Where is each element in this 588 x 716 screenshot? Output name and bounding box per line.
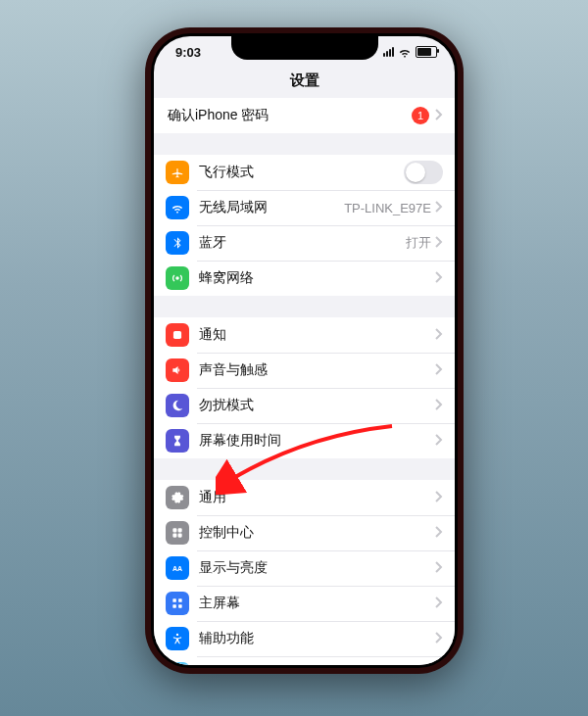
row-label: 显示与亮度 xyxy=(199,559,435,577)
airplane-icon xyxy=(166,161,189,184)
row-label: 辅助功能 xyxy=(199,630,435,647)
notification-badge: 1 xyxy=(412,107,429,124)
row-wifi[interactable]: 无线局域网 TP-LINK_E97E xyxy=(154,190,455,225)
row-label: 控制中心 xyxy=(199,524,435,542)
svg-rect-4 xyxy=(178,534,182,538)
cellular-signal-icon xyxy=(383,47,394,57)
chevron-right-icon xyxy=(435,361,443,379)
row-label: 勿扰模式 xyxy=(199,397,435,414)
accessibility-icon xyxy=(166,627,189,650)
wifi-icon xyxy=(166,196,189,219)
row-airplane-mode[interactable]: 飞行模式 xyxy=(154,155,455,190)
chevron-right-icon xyxy=(435,326,443,344)
row-display-brightness[interactable]: AA 显示与亮度 xyxy=(154,550,455,586)
bluetooth-icon xyxy=(166,231,189,255)
chevron-right-icon xyxy=(435,630,443,647)
chevron-right-icon xyxy=(435,524,443,542)
row-general[interactable]: 通用 xyxy=(154,480,455,515)
home-screen-icon xyxy=(166,592,189,615)
chevron-right-icon xyxy=(435,559,443,577)
row-label: 飞行模式 xyxy=(199,164,404,181)
row-label: 通用 xyxy=(199,489,435,506)
row-confirm-passcode[interactable]: 确认iPhone 密码 1 xyxy=(154,98,455,133)
row-value: TP-LINK_E97E xyxy=(344,201,431,215)
chevron-right-icon xyxy=(435,234,443,252)
chevron-right-icon xyxy=(435,107,443,124)
scene: 9:03 设置 确认iPhone 密码 1 xyxy=(0,0,588,716)
row-do-not-disturb[interactable]: 勿扰模式 xyxy=(154,388,455,423)
chevron-right-icon xyxy=(435,432,443,450)
chevron-right-icon xyxy=(435,489,443,506)
row-cellular[interactable]: 蜂窝网络 xyxy=(154,261,455,296)
svg-rect-0 xyxy=(173,331,181,339)
control-center-icon xyxy=(166,521,189,545)
list-group: 飞行模式 无线局域网 TP-LINK_E97E 蓝牙 打开 xyxy=(154,155,455,296)
notch xyxy=(231,36,378,60)
row-label: 蜂窝网络 xyxy=(199,269,435,287)
row-label: 蓝牙 xyxy=(199,234,406,252)
row-label: 屏幕使用时间 xyxy=(199,432,435,450)
list-group: 通知 声音与触感 勿扰模式 屏幕使用时间 xyxy=(154,317,455,458)
svg-point-10 xyxy=(176,634,178,636)
row-accessibility[interactable]: 辅助功能 xyxy=(154,621,455,656)
row-screen-time[interactable]: 屏幕使用时间 xyxy=(154,423,455,458)
svg-rect-3 xyxy=(172,534,176,538)
chevron-right-icon xyxy=(435,595,443,612)
battery-icon xyxy=(416,46,437,58)
row-value: 打开 xyxy=(406,234,431,252)
row-label: 确认iPhone 密码 xyxy=(168,107,412,124)
svg-rect-6 xyxy=(172,598,176,602)
section-gap xyxy=(154,133,455,155)
svg-rect-8 xyxy=(172,604,176,608)
display-icon: AA xyxy=(166,556,189,580)
status-time: 9:03 xyxy=(175,45,201,60)
row-bluetooth[interactable]: 蓝牙 打开 xyxy=(154,225,455,261)
page-title: 设置 xyxy=(154,68,455,98)
phone-frame: 9:03 设置 确认iPhone 密码 1 xyxy=(145,27,464,674)
gear-icon xyxy=(166,486,189,509)
hourglass-icon xyxy=(166,429,189,453)
svg-rect-9 xyxy=(178,604,182,608)
wifi-status-icon xyxy=(398,45,412,59)
screen: 9:03 设置 确认iPhone 密码 1 xyxy=(154,36,455,665)
wallpaper-icon xyxy=(166,662,189,665)
chevron-right-icon xyxy=(435,269,443,287)
section-gap xyxy=(154,296,455,317)
row-label: 无线局域网 xyxy=(199,199,344,216)
chevron-right-icon xyxy=(435,199,443,216)
list-group: 通用 控制中心 AA 显示与亮度 主屏幕 xyxy=(154,480,455,665)
cellular-icon xyxy=(166,266,189,290)
row-wallpaper[interactable]: 墙纸 xyxy=(154,656,455,665)
row-label: 主屏幕 xyxy=(199,595,435,612)
row-notifications[interactable]: 通知 xyxy=(154,317,455,353)
moon-icon xyxy=(166,394,189,417)
status-indicators xyxy=(383,45,437,59)
chevron-right-icon xyxy=(435,397,443,414)
svg-rect-7 xyxy=(178,598,182,602)
row-sounds[interactable]: 声音与触感 xyxy=(154,353,455,388)
svg-text:AA: AA xyxy=(172,565,182,572)
svg-rect-2 xyxy=(178,528,182,532)
sounds-icon xyxy=(166,358,189,382)
airplane-toggle[interactable] xyxy=(404,161,443,184)
row-home-screen[interactable]: 主屏幕 xyxy=(154,586,455,621)
section-gap xyxy=(154,458,455,480)
phone-bezel: 9:03 设置 确认iPhone 密码 1 xyxy=(151,33,458,668)
row-label: 通知 xyxy=(199,326,435,344)
svg-rect-1 xyxy=(172,528,176,532)
list-group: 确认iPhone 密码 1 xyxy=(154,98,455,133)
notifications-icon xyxy=(166,323,189,347)
row-label: 声音与触感 xyxy=(199,361,435,379)
row-control-center[interactable]: 控制中心 xyxy=(154,515,455,550)
